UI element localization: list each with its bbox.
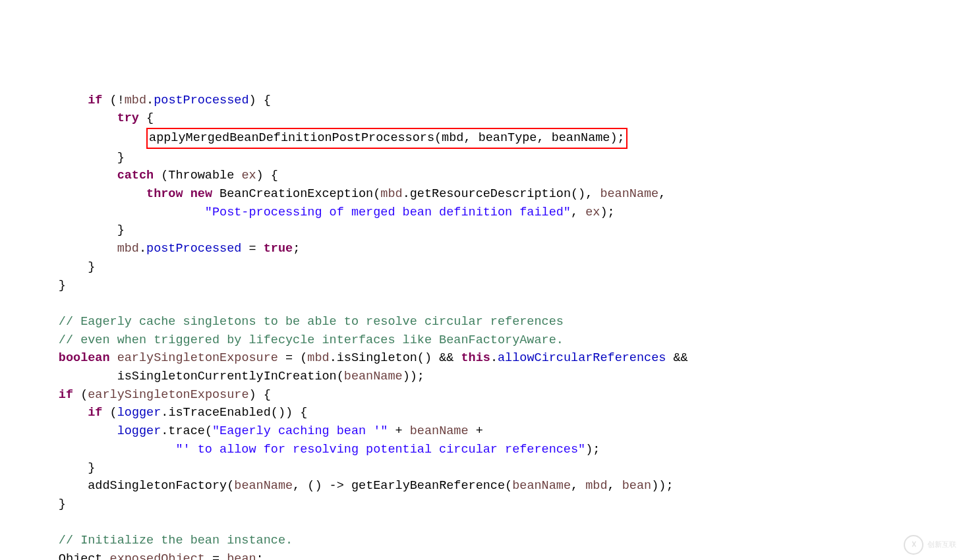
watermark: ☓ 创新互联 <box>904 535 956 555</box>
code-line: } <box>0 151 125 165</box>
code-line: Object exposedObject = bean; <box>0 552 264 560</box>
code-line: try { <box>0 111 154 125</box>
code-line: if (earlySingletonExposure) { <box>0 388 271 402</box>
code-block: if (!mbd.postProcessed) { try { applyMer… <box>0 73 963 560</box>
code-line: applyMergedBeanDefinitionPostProcessors(… <box>0 131 627 145</box>
highlighted-call-1: applyMergedBeanDefinitionPostProcessors(… <box>146 128 627 149</box>
watermark-text: 创新互联 <box>927 536 956 554</box>
code-line: boolean earlySingletonExposure = (mbd.is… <box>0 351 688 365</box>
code-line: // Eagerly cache singletons to be able t… <box>0 315 564 329</box>
code-line: throw new BeanCreationException(mbd.getR… <box>0 187 666 201</box>
code-line: } <box>0 461 95 475</box>
code-line: if (!mbd.postProcessed) { <box>0 94 271 107</box>
code-line: isSingletonCurrentlyInCreation(beanName)… <box>0 370 424 383</box>
code-line: "Post-processing of merged bean definiti… <box>0 206 615 219</box>
code-line: mbd.postProcessed = true; <box>0 242 300 256</box>
code-line: } <box>0 223 125 237</box>
code-line: "' to allow for resolving potential circ… <box>0 443 600 457</box>
code-line: catch (Throwable ex) { <box>0 169 278 182</box>
code-line: } <box>0 279 66 293</box>
code-line: addSingletonFactory(beanName, () -> getE… <box>0 479 673 493</box>
code-line: } <box>0 260 95 274</box>
code-line: // Initialize the bean instance. <box>0 534 293 547</box>
code-line: // even when triggered by lifecycle inte… <box>0 333 564 347</box>
code-line: if (logger.isTraceEnabled()) { <box>0 406 307 420</box>
code-line: } <box>0 497 66 511</box>
code-line: logger.trace("Eagerly caching bean '" + … <box>0 424 483 438</box>
watermark-logo-icon: ☓ <box>904 535 923 555</box>
